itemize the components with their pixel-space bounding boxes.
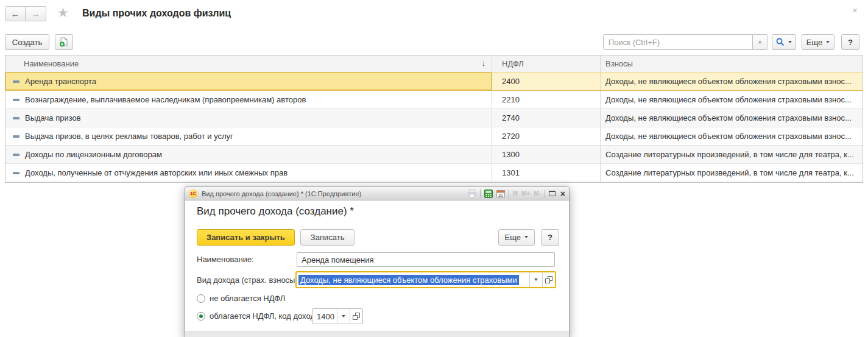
more-button-label: Еще <box>806 38 822 47</box>
help-button-label: ? <box>848 38 853 47</box>
titlebar-separator <box>509 190 509 198</box>
cell-name-text: Доходы по лицензионным договорам <box>25 150 162 159</box>
column-header-name[interactable]: Наименование ↓ <box>5 55 492 72</box>
name-field-label: Наименование: <box>197 255 254 264</box>
cell-vznosy-text: Создание литературных произведений, в то… <box>605 150 854 159</box>
dialog-more-button[interactable]: Еще <box>498 229 535 246</box>
cell-ndfl[interactable]: 1300 <box>492 146 600 163</box>
table-row[interactable]: Выдача призов, в целях рекламы товаров, … <box>5 127 863 146</box>
memory-minus-button[interactable]: M- <box>534 190 541 197</box>
create-income-type-dialog: 1С Вид прочего дохода (создание) * (1С:П… <box>185 186 570 337</box>
more-button[interactable]: Еще <box>802 34 834 50</box>
cell-name[interactable]: Вознаграждение, выплачиваемое наследника… <box>5 91 492 108</box>
forward-button[interactable]: → <box>26 6 46 21</box>
cell-vznosy[interactable]: Доходы, не являющиеся объектом обложения… <box>600 127 863 145</box>
help-button[interactable]: ? <box>841 34 859 50</box>
dialog-bottom-frame <box>185 332 569 337</box>
income-code-open-button[interactable] <box>350 309 362 324</box>
search-icon <box>776 38 785 46</box>
1c-logo-icon: 1С <box>189 190 197 198</box>
cell-ndfl[interactable]: 2400 <box>492 73 600 90</box>
cell-ndfl[interactable]: 2740 <box>492 109 600 127</box>
cell-vznosy[interactable]: Доходы, не являющиеся объектом обложения… <box>600 73 863 90</box>
item-dash-icon <box>13 172 19 174</box>
cell-vznosy-text: Доходы, не являющиеся объектом обложения… <box>605 77 852 86</box>
forward-arrow-icon: → <box>32 9 40 19</box>
income-code-value[interactable]: 1400 <box>312 309 337 324</box>
column-header-vznosy[interactable]: Взносы <box>600 55 863 72</box>
radio-circle-icon[interactable] <box>197 294 205 303</box>
column-header-ndfl[interactable]: НДФЛ <box>492 55 600 72</box>
cell-vznosy[interactable]: Доходы, не являющиеся объектом обложения… <box>600 91 863 108</box>
cell-vznosy[interactable]: Создание литературных произведений, в то… <box>600 146 863 163</box>
cell-ndfl[interactable]: 1301 <box>492 164 600 182</box>
income-code-dropdown-button[interactable] <box>337 309 350 324</box>
name-input[interactable] <box>297 252 555 267</box>
cell-vznosy[interactable]: Создание литературных произведений, в то… <box>600 164 863 182</box>
dialog-titlebar[interactable]: 1С Вид прочего дохода (создание) * (1С:П… <box>185 187 569 200</box>
cell-ndfl-text: 2400 <box>502 77 520 86</box>
save-and-close-label: Записать и закрыть <box>206 233 285 242</box>
titlebar-separator <box>480 190 481 198</box>
income-type-value[interactable]: Доходы, не являющиеся объектом обложения… <box>297 272 529 287</box>
table-row[interactable]: Вознаграждение, выплачиваемое наследника… <box>5 91 863 109</box>
cell-name-text: Аренда транспорта <box>25 77 96 86</box>
cell-ndfl-text: 2210 <box>502 95 520 104</box>
income-code-combo[interactable]: 1400 <box>312 308 363 324</box>
table-row[interactable]: Доходы, полученные от отчуждения авторск… <box>5 164 863 182</box>
history-nav: ← → <box>5 6 46 21</box>
income-types-table: Наименование ↓ НДФЛ Взносы Аренда трансп… <box>5 55 863 183</box>
column-header-vznosy-label: Взносы <box>605 59 633 68</box>
memory-plus-button[interactable]: M+ <box>521 190 530 197</box>
cell-name[interactable]: Доходы по лицензионным договорам <box>5 146 492 163</box>
cell-ndfl[interactable]: 2720 <box>492 127 600 145</box>
cell-ndfl[interactable]: 2210 <box>492 91 600 108</box>
search-options-button[interactable] <box>772 34 796 50</box>
cell-ndfl-text: 2740 <box>502 113 520 122</box>
item-dash-icon <box>13 80 19 83</box>
income-type-combo[interactable]: Доходы, не являющиеся объектом обложения… <box>295 271 556 288</box>
create-button[interactable]: Создать <box>5 34 49 50</box>
search-clear-button[interactable]: × <box>753 34 767 50</box>
dialog-button-row: Записать и закрыть Записать Еще ? <box>197 229 559 246</box>
clear-icon: × <box>758 38 761 46</box>
cell-ndfl-text: 1301 <box>502 168 520 177</box>
cell-name[interactable]: Аренда транспорта <box>5 73 492 90</box>
back-arrow-icon: ← <box>11 9 19 19</box>
open-in-window-icon <box>545 276 552 283</box>
calendar-day-label: 31 <box>498 193 503 197</box>
dialog-help-button[interactable]: ? <box>541 229 559 246</box>
table-row[interactable]: Аренда транспорта 2400 Доходы, не являющ… <box>5 72 863 91</box>
print-icon[interactable] <box>467 190 476 197</box>
memory-button[interactable]: M <box>513 190 518 197</box>
create-new-item-icon-button[interactable] <box>55 34 73 50</box>
income-type-dropdown-button[interactable] <box>529 272 542 287</box>
maximize-icon[interactable] <box>549 191 556 196</box>
income-type-open-button[interactable] <box>542 272 555 287</box>
back-button[interactable]: ← <box>5 6 26 21</box>
cell-ndfl-text: 2720 <box>502 132 520 141</box>
save-button[interactable]: Записать <box>300 229 355 246</box>
calendar-icon[interactable]: 31 <box>496 190 505 198</box>
radio-selected-icon[interactable] <box>197 312 205 321</box>
chevron-down-icon <box>342 315 345 317</box>
sort-arrow-icon: ↓ <box>482 59 486 68</box>
radio-ndfl[interactable]: облагается НДФЛ, код дохода: <box>197 311 322 321</box>
cell-name[interactable]: Выдача призов <box>5 109 492 127</box>
save-and-close-button[interactable]: Записать и закрыть <box>197 229 295 246</box>
chevron-down-icon <box>534 278 538 281</box>
radio-no-ndfl[interactable]: не облагается НДФЛ <box>197 294 285 303</box>
favorite-star-icon[interactable]: ★ <box>57 5 69 20</box>
page-title: Виды прочих доходов физлиц <box>82 8 231 19</box>
dialog-titlebar-title: Вид прочего дохода (создание) * (1С:Пред… <box>202 190 467 197</box>
table-row[interactable]: Выдача призов 2740 Доходы, не являющиеся… <box>5 109 863 127</box>
cell-name[interactable]: Выдача призов, в целях рекламы товаров, … <box>5 127 492 145</box>
cell-name[interactable]: Доходы, полученные от отчуждения авторск… <box>5 164 492 182</box>
search-input[interactable] <box>603 34 753 50</box>
page-close-icon[interactable]: × <box>852 5 858 15</box>
table-row[interactable]: Доходы по лицензионным договорам 1300 Со… <box>5 146 863 164</box>
calculator-icon[interactable] <box>484 190 493 198</box>
dialog-close-icon[interactable]: × <box>560 189 565 199</box>
radio-no-ndfl-label: не облагается НДФЛ <box>210 294 285 303</box>
cell-vznosy[interactable]: Доходы, не являющиеся объектом обложения… <box>600 109 863 127</box>
